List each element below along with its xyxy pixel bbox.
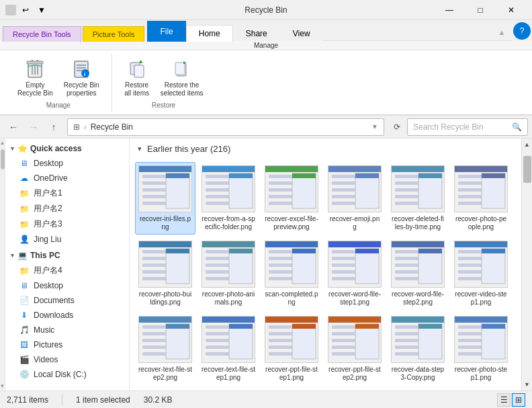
thispc-label: This PC [30, 251, 60, 260]
sidebar-item-documents[interactable]: 📄 Documents [5, 293, 129, 308]
sidebar-scrollbar[interactable]: ▲ ▼ [0, 138, 5, 391]
tab-share[interactable]: Share [233, 25, 280, 42]
section-title: Earlier this year (216) [147, 144, 230, 154]
maximize-button[interactable]: □ [465, 0, 496, 20]
file-item[interactable]: recover-from-a-specific-folder.png [198, 162, 259, 235]
svg-rect-160 [355, 324, 379, 359]
address-bar[interactable]: ⊞ › Recycle Bin ▼ [67, 118, 384, 136]
sidebar-item-user3[interactable]: 📁 用户名3 [5, 216, 129, 232]
sidebar-scroll-thumb[interactable] [1, 149, 5, 169]
svg-rect-107 [355, 249, 379, 253]
tab-picture-tools[interactable]: Picture Tools [83, 26, 145, 42]
view-icons-button[interactable]: ⊞ [512, 393, 525, 407]
sidebar-item-thispc[interactable]: ▾ 💻 This PC [5, 248, 129, 263]
svg-rect-35 [229, 173, 253, 178]
pictures-icon: 🖼 [19, 339, 30, 350]
file-name-label: recover-from-a-specific-folder.png [202, 215, 255, 231]
svg-rect-169 [418, 324, 442, 359]
svg-rect-1 [27, 61, 43, 64]
empty-recycle-bin-button[interactable]: Empty Recycle Bin [13, 56, 57, 100]
forward-button[interactable]: → [24, 118, 43, 136]
file-thumbnail [265, 241, 318, 288]
qat-btn-1[interactable]: ↩ [19, 3, 32, 17]
sidebar-item-desktop2[interactable]: 🖥 Desktop [5, 278, 129, 293]
sidebar-item-downloads[interactable]: ⬇ Downloads [5, 308, 129, 323]
file-item[interactable]: scan-completed.png [261, 237, 322, 310]
scroll-down-arrow[interactable]: ▼ [523, 380, 532, 389]
tab-home[interactable]: Home [186, 25, 233, 42]
sidebar-label-documents: Documents [34, 296, 75, 305]
file-item[interactable]: recover-photo-animals.png [198, 237, 259, 310]
sidebar-item-user4[interactable]: 📁 用户名4 [5, 263, 129, 278]
qat-btn-2[interactable]: ▼ [35, 3, 48, 17]
file-item[interactable]: recover-photo-people.png [451, 162, 511, 235]
sidebar-item-user2[interactable]: 📁 用户名2 [5, 201, 129, 216]
help-button[interactable]: ? [513, 22, 531, 40]
search-bar[interactable]: Search Recycle Bin 🔍 [407, 118, 528, 136]
sidebar-item-quickaccess[interactable]: ▾ ⭐ Quick access [5, 141, 129, 156]
scroll-thumb[interactable] [523, 156, 531, 183]
sidebar-item-music[interactable]: 🎵 Music [5, 323, 129, 337]
back-button[interactable]: ← [4, 118, 23, 136]
file-item[interactable]: recover-excel-file-preview.png [261, 162, 322, 235]
svg-rect-106 [355, 249, 379, 284]
minimize-button[interactable]: — [434, 0, 465, 20]
svg-rect-109 [392, 241, 444, 247]
file-item[interactable]: recover-word-file-step2.png [388, 237, 448, 310]
up-button[interactable]: ↑ [44, 118, 63, 136]
sidebar-scroll-up[interactable]: ▲ [0, 140, 5, 146]
file-item[interactable]: recover-deleted-files-by-time.png [388, 162, 448, 235]
sidebar-item-jing-liu[interactable]: 👤 Jing Liu [5, 232, 129, 247]
sidebar-label-user4: 用户名4 [34, 265, 62, 276]
recycle-bin-properties-button[interactable]: i Recycle Bin properties [60, 56, 103, 100]
file-item[interactable]: recover-photo-buildings.png [135, 237, 195, 310]
file-thumbnail [454, 165, 508, 212]
refresh-button[interactable]: ⟳ [388, 118, 406, 136]
sidebar-label-user2: 用户名2 [34, 203, 62, 214]
file-thumbnail [138, 241, 192, 288]
close-button[interactable]: ✕ [496, 0, 527, 20]
file-item[interactable]: recover-data-step3-Copy.png [388, 313, 448, 385]
svg-rect-64 [455, 165, 507, 172]
restore-selected-button[interactable]: Restore the selected items [157, 56, 208, 100]
restore-all-button[interactable]: Restore all items [120, 56, 154, 100]
svg-text:i: i [84, 71, 85, 77]
file-name-label: recover-photo-buildings.png [138, 290, 192, 307]
file-item[interactable]: recover-video-step1.png [451, 237, 511, 310]
search-icon[interactable]: 🔍 [512, 122, 522, 132]
svg-rect-134 [166, 324, 189, 329]
file-item[interactable]: recover-ini-files.png [135, 162, 195, 235]
file-item[interactable]: recover-emoji.png [324, 162, 385, 235]
section-chevron-icon[interactable]: ▾ [138, 145, 142, 153]
sidebar-item-pictures[interactable]: 🖼 Pictures [5, 337, 129, 352]
file-item[interactable]: recover-text-file-step1.png [198, 313, 259, 385]
file-item[interactable]: recover-ppt-file-step2.png [324, 313, 385, 385]
sidebar-label-desktop2: Desktop [34, 281, 63, 290]
sidebar-item-user1[interactable]: 📁 用户名1 [5, 186, 129, 201]
tab-recycle-bin-tools[interactable]: Recycle Bin Tools [3, 26, 81, 42]
tab-view[interactable]: View [280, 25, 323, 42]
scroll-up-arrow[interactable]: ▲ [523, 140, 532, 149]
file-item[interactable]: recover-word-file-step1.png [324, 237, 385, 310]
sidebar-item-onedrive[interactable]: ☁ OneDrive [5, 171, 129, 186]
content-scrollbar[interactable]: ▲ ▼ [521, 138, 532, 391]
quickaccess-chevron-icon: ▾ [11, 145, 14, 152]
status-selected: 1 item selected [76, 395, 130, 405]
file-item[interactable]: recover-ppt-file-step1.png [261, 313, 322, 385]
file-name-label: recover-text-file-step2.png [138, 366, 192, 382]
file-thumbnail [328, 165, 382, 212]
svg-rect-125 [482, 249, 505, 253]
restore-all-label: Restore all items [124, 81, 149, 97]
sidebar-scroll-down[interactable]: ▼ [0, 383, 5, 389]
view-details-button[interactable]: ☰ [497, 393, 511, 407]
sidebar-label-user1: 用户名1 [34, 188, 62, 199]
folder-icon-3: 📁 [19, 219, 30, 230]
ribbon-collapse-btn[interactable]: ▲ [492, 24, 512, 41]
file-item[interactable]: recover-photo-step1.png [451, 313, 511, 385]
sidebar-item-videos[interactable]: 🎬 Videos [5, 352, 129, 367]
sidebar-item-desktop[interactable]: 🖥 Desktop [5, 156, 129, 171]
address-dropdown-icon[interactable]: ▼ [371, 123, 378, 130]
file-item[interactable]: recover-text-file-step2.png [135, 313, 195, 385]
sidebar-item-local-disk[interactable]: 💿 Local Disk (C:) [5, 367, 129, 382]
tab-file[interactable]: File [147, 21, 185, 42]
